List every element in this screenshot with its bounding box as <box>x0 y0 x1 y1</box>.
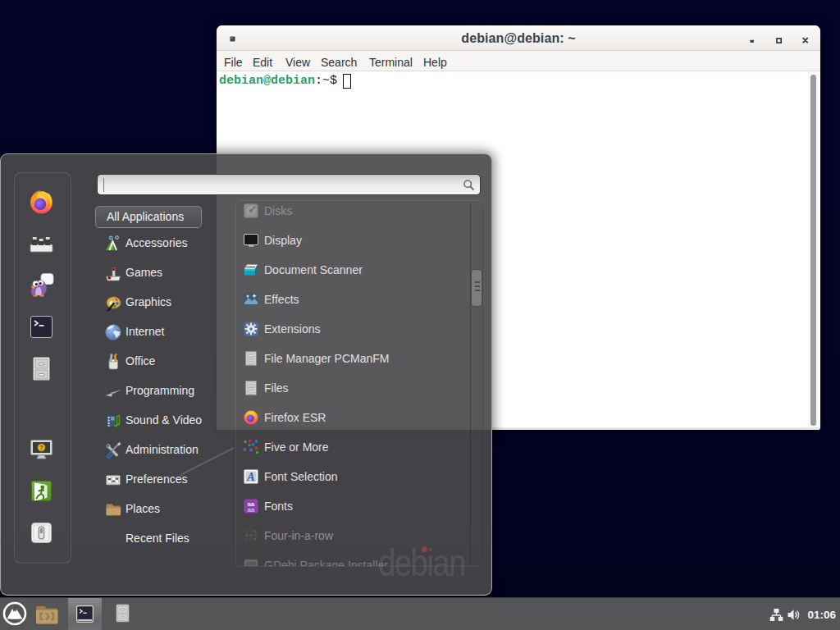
svg-text:?: ? <box>40 445 43 450</box>
svg-text:aa: aa <box>248 506 255 514</box>
svg-text:A: A <box>246 471 254 483</box>
